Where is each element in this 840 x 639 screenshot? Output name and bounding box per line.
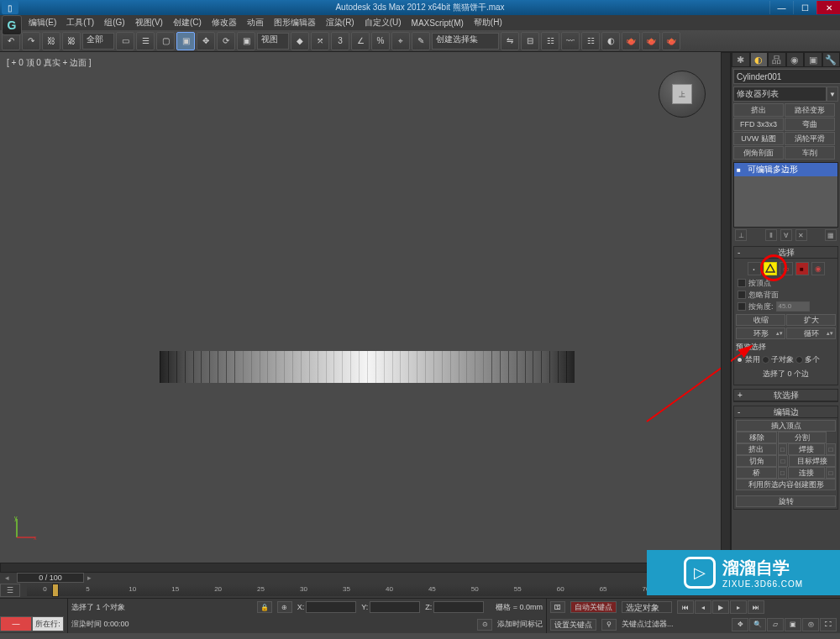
configure-sets-button[interactable]: ▦ [825, 229, 837, 241]
modifier-editable-poly[interactable]: 可编辑多边形 [734, 163, 837, 176]
window-crossing-button[interactable]: ▣ [176, 32, 195, 50]
rotate-edge-button[interactable]: 旋转 [736, 495, 836, 507]
menu-render[interactable]: 渲染(R) [323, 17, 358, 29]
menu-customize[interactable]: 自定义(U) [361, 17, 405, 29]
lock-selection-button[interactable]: 🔒 [257, 601, 272, 613]
weld-button[interactable]: 焊接 [788, 443, 825, 455]
keymode-button[interactable]: ⚿ [550, 601, 565, 613]
key-filters-icon[interactable]: ⚲ [601, 619, 617, 631]
viewport-label[interactable]: [ + 0 顶 0 真实 + 边面 ] [7, 57, 92, 69]
quick-turbosmooth[interactable]: 涡轮平滑 [785, 132, 835, 145]
ring-button[interactable]: 环形▴▾ [736, 327, 785, 339]
remove-mod-button[interactable]: ✕ [795, 229, 807, 241]
time-tags-button[interactable]: ⊙ [477, 619, 492, 631]
by-vertex-checkbox[interactable] [738, 279, 746, 287]
pivot-button[interactable]: ◆ [291, 32, 309, 50]
script-status-tag[interactable]: — [0, 616, 32, 631]
extrude-settings-button[interactable]: □ [778, 443, 788, 455]
nav-zoom-ext-button[interactable]: ▣ [785, 618, 801, 631]
menu-views[interactable]: 视图(V) [132, 17, 166, 29]
goto-start-button[interactable]: ⏮ [677, 600, 694, 614]
next-frame-button[interactable]: ▸ [730, 600, 747, 614]
selection-rollout-header[interactable]: 选择 [734, 247, 837, 259]
close-button[interactable]: ✕ [816, 1, 840, 14]
selection-filter[interactable]: 全部 [82, 33, 114, 50]
add-time-tag[interactable]: 添加时间标记 [497, 619, 543, 630]
angle-snap-button[interactable]: ∠ [351, 32, 370, 50]
quick-bend[interactable]: 弯曲 [785, 118, 835, 131]
weld-settings-button[interactable]: □ [826, 443, 836, 455]
quick-lathe[interactable]: 车削 [785, 146, 835, 160]
object-name-input[interactable] [733, 69, 840, 84]
schematic-button[interactable]: ☷ [581, 32, 600, 50]
pin-stack-button[interactable]: ⊥ [735, 229, 747, 241]
bridge-settings-button[interactable]: □ [778, 467, 788, 479]
extrude-button[interactable]: 挤出 [736, 443, 777, 455]
redo-button[interactable]: ↷ [22, 32, 40, 50]
make-unique-button[interactable]: ∀ [780, 229, 792, 241]
percent-snap-button[interactable]: % [371, 32, 390, 50]
render-button[interactable]: 🫖 [662, 32, 680, 50]
by-angle-checkbox[interactable] [738, 302, 746, 311]
minimize-button[interactable]: — [769, 1, 793, 14]
bridge-button[interactable]: 桥 [736, 467, 777, 479]
play-button[interactable]: ▶ [712, 600, 729, 614]
vertical-scrollbar[interactable] [721, 52, 731, 563]
edit-selset-button[interactable]: ✎ [412, 32, 430, 50]
menu-maxscript[interactable]: MAXScript(M) [408, 18, 467, 28]
menu-grapheditors[interactable]: 图形编辑器 [270, 17, 319, 29]
polygon-mode-button[interactable] [795, 262, 809, 275]
vertex-mode-button[interactable] [748, 262, 761, 275]
mirror-button[interactable]: ⇋ [501, 32, 519, 50]
align-button[interactable]: ⊟ [521, 32, 539, 50]
rect-select-button[interactable]: ▢ [156, 32, 175, 50]
preview-subobj-radio[interactable] [762, 356, 769, 364]
viewcube-face[interactable]: 上 [672, 84, 692, 104]
nav-maximize-button[interactable]: ⛶ [820, 618, 837, 631]
split-button[interactable]: 分割 [778, 432, 827, 443]
y-field[interactable] [370, 601, 420, 613]
ref-coord-system[interactable]: 视图 [257, 33, 289, 50]
maximize-button[interactable]: ☐ [793, 1, 816, 14]
script-line-tag[interactable]: 所在行: [32, 616, 64, 631]
key-filters-button[interactable]: 关键点过滤器... [622, 619, 674, 630]
time-slider[interactable]: 0 / 100 [17, 573, 84, 583]
scale-button[interactable]: ▣ [237, 32, 255, 50]
menu-modifiers[interactable]: 修改器 [208, 17, 240, 29]
key-target-select[interactable]: 选定对象 [622, 601, 672, 613]
autokey-button[interactable]: 自动关键点 [570, 601, 617, 613]
chamfer-settings-button[interactable]: □ [778, 455, 788, 467]
grow-button[interactable]: 扩大 [786, 314, 836, 326]
quick-ffd[interactable]: FFD 3x3x3 [733, 118, 784, 131]
menu-group[interactable]: 组(G) [101, 17, 128, 29]
nav-zoom-button[interactable]: 🔍 [749, 618, 766, 631]
render-frame-button[interactable]: 🫖 [642, 32, 660, 50]
ignore-backfacing-checkbox[interactable] [738, 291, 746, 299]
curve-editor-button[interactable]: 〰 [561, 32, 580, 50]
rotate-button[interactable]: ⟳ [217, 32, 235, 50]
manipulate-button[interactable]: ⤱ [311, 32, 329, 50]
layers-button[interactable]: ☷ [541, 32, 559, 50]
spinner-snap-button[interactable]: ⌖ [391, 32, 410, 50]
edit-edges-header[interactable]: 编辑边 [734, 406, 837, 418]
material-editor-button[interactable]: ◐ [601, 32, 620, 50]
preview-off-radio[interactable] [736, 356, 743, 364]
quick-chamferprofile[interactable]: 倒角剖面 [733, 146, 784, 160]
app-logo[interactable]: G [2, 15, 22, 35]
z-field[interactable] [433, 601, 484, 613]
insert-vertex-button[interactable]: 插入顶点 [736, 420, 836, 432]
select-name-button[interactable]: ☰ [136, 32, 155, 50]
timeline-playhead[interactable] [52, 584, 59, 597]
display-tab[interactable]: ▣ [804, 52, 822, 67]
quick-extrude[interactable]: 挤出 [733, 103, 784, 117]
snap-toggle-button[interactable]: 3 [331, 32, 349, 50]
target-weld-button[interactable]: 目标焊接 [789, 455, 836, 467]
motion-tab[interactable]: ◉ [786, 52, 805, 67]
horizontal-scrollbar[interactable] [0, 563, 718, 573]
angle-spinner[interactable]: 45.0 [776, 301, 810, 312]
show-endresult-button[interactable]: Ⅱ [765, 229, 777, 241]
hierarchy-tab[interactable]: 品 [768, 52, 786, 67]
connect-settings-button[interactable]: □ [826, 467, 836, 479]
viewport[interactable]: [ + 0 顶 0 真实 + 边面 ] 上 y x [0, 52, 731, 573]
border-mode-button[interactable] [780, 262, 793, 275]
